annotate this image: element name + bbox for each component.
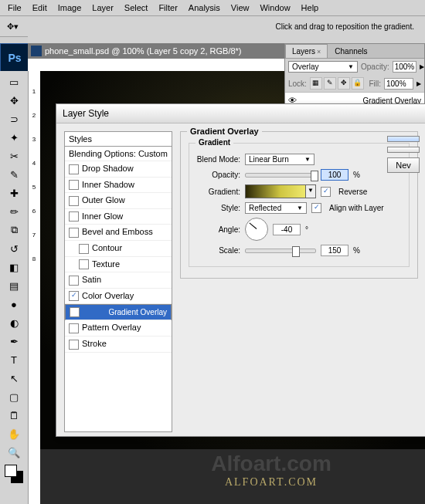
style-satin[interactable]: Satin — [65, 272, 172, 289]
opacity-field[interactable]: 100 — [321, 169, 348, 181]
menu-bar: File Edit Image Layer Select Filter Anal… — [0, 0, 425, 16]
ruler-tick: 7 — [28, 232, 40, 238]
blend-mode-select[interactable]: Linear Burn▼ — [245, 154, 314, 165]
group-legend: Gradient Overlay — [187, 127, 262, 136]
fill-value[interactable]: 100% — [384, 78, 413, 90]
color-swatch[interactable] — [5, 465, 23, 483]
style-contour[interactable]: Contour — [65, 241, 172, 257]
sub-legend: Gradient — [196, 138, 233, 147]
zoom-tool[interactable]: 🔍 — [5, 444, 23, 461]
menu-image[interactable]: Image — [53, 2, 87, 14]
ruler-tick: 6 — [28, 208, 40, 215]
lock-buttons[interactable]: ▦✎✥🔒 — [310, 77, 364, 90]
cancel-button[interactable] — [387, 147, 420, 153]
angle-field[interactable]: -40 — [273, 224, 301, 235]
eyedropper-tool[interactable]: ✎ — [5, 166, 23, 183]
move-tool-icon[interactable]: ✥▾ — [5, 19, 20, 34]
crop-tool[interactable]: ✂ — [5, 147, 23, 164]
style-select[interactable]: Reflected▼ — [245, 202, 307, 214]
watermark: Alfoart.com ALFOART.COM — [117, 452, 425, 489]
ruler-tick: 3 — [28, 136, 40, 143]
styles-header[interactable]: Styles — [65, 132, 172, 147]
scale-field[interactable]: 150 — [321, 245, 348, 256]
style-inner-shadow[interactable]: Inner Shadow — [65, 178, 172, 194]
ruler-tick: 4 — [28, 160, 40, 167]
brush-tool[interactable]: ✏ — [5, 203, 23, 220]
opacity-slider[interactable] — [245, 173, 316, 178]
blend-mode-label: Blend Mode: — [196, 155, 240, 164]
new-style-button[interactable]: Nev — [387, 157, 420, 173]
menu-view[interactable]: View — [226, 2, 254, 14]
pct-label: % — [353, 171, 360, 179]
ruler-tick: 5 — [28, 184, 40, 191]
degree-label: ° — [305, 225, 308, 234]
opacity-value[interactable]: 100% — [393, 61, 417, 73]
layers-panel: Layers× Channels Overlay▼ Opacity: 100%▶… — [284, 43, 425, 110]
blend-mode-select[interactable]: Overlay▼ — [288, 61, 358, 73]
style-stroke[interactable]: Stroke — [65, 337, 172, 353]
menu-file[interactable]: File — [3, 2, 26, 14]
align-checkbox[interactable] — [311, 203, 321, 213]
ok-button[interactable] — [387, 136, 420, 142]
menu-select[interactable]: Select — [120, 2, 153, 14]
style-pattern-overlay[interactable]: Pattern Overlay — [65, 320, 172, 337]
scale-label: Scale: — [196, 246, 240, 255]
blur-tool[interactable]: ● — [5, 296, 23, 313]
fill-label: Fill: — [369, 79, 381, 88]
reverse-checkbox[interactable] — [321, 187, 331, 197]
dodge-tool[interactable]: ◐ — [5, 314, 23, 331]
hand-tool[interactable]: ✋ — [5, 425, 23, 442]
styles-list: Styles Blending Options: Custom Drop Sha… — [64, 131, 172, 432]
angle-dial[interactable] — [245, 218, 268, 241]
ruler-tick: 8 — [28, 255, 40, 262]
dialog-title: Layer Style — [56, 104, 425, 123]
reverse-label: Reverse — [338, 188, 367, 196]
tool-hint: Click and drag to reposition the gradien… — [275, 22, 414, 31]
gradient-dropdown-icon[interactable]: ▼ — [305, 185, 315, 198]
style-texture[interactable]: Texture — [65, 257, 172, 273]
options-bar: ✥▾ Click and drag to reposition the grad… — [0, 16, 425, 37]
path-tool[interactable]: ↖ — [5, 370, 23, 387]
healing-tool[interactable]: ✚ — [5, 184, 23, 201]
lasso-tool[interactable]: ⊃ — [5, 110, 23, 127]
layer-style-dialog: Layer Style Styles Blending Options: Cus… — [56, 103, 425, 437]
app-badge: Ps — [0, 43, 29, 73]
opacity-label: Opacity: — [196, 171, 240, 179]
ruler-tick: 2 — [28, 112, 40, 119]
menu-analysis[interactable]: Analysis — [184, 2, 225, 14]
opacity-label: Opacity: — [361, 63, 389, 71]
lock-label: Lock: — [288, 79, 307, 88]
gradient-tool[interactable]: ▤ — [5, 277, 23, 294]
style-label: Style: — [196, 204, 240, 212]
scale-slider[interactable] — [245, 249, 316, 253]
marquee-tool[interactable]: ▭ — [5, 73, 23, 90]
blending-options-item[interactable]: Blending Options: Custom — [65, 147, 172, 161]
pen-tool[interactable]: ✒ — [5, 333, 23, 350]
watermark-text: Alfoart.com — [117, 452, 425, 476]
menu-edit[interactable]: Edit — [28, 2, 52, 14]
gradient-preview[interactable]: ▼ — [245, 184, 316, 198]
menu-filter[interactable]: Filter — [154, 2, 182, 14]
move-tool[interactable]: ✥ — [5, 92, 23, 109]
menu-window[interactable]: Window — [255, 2, 294, 14]
style-inner-glow[interactable]: Inner Glow — [65, 209, 172, 225]
gradient-label: Gradient: — [196, 188, 240, 196]
style-drop-shadow[interactable]: Drop Shadow — [65, 161, 172, 178]
style-gradient-overlay[interactable]: Gradient Overlay — [65, 304, 172, 320]
eraser-tool[interactable]: ◧ — [5, 259, 23, 276]
style-bevel-emboss[interactable]: Bevel and Emboss — [65, 225, 172, 241]
pct-label: % — [353, 246, 360, 255]
wand-tool[interactable]: ✦ — [5, 129, 23, 146]
stamp-tool[interactable]: ⧉ — [5, 222, 23, 238]
menu-help[interactable]: Help — [297, 2, 324, 14]
watermark-subtext: ALFOART.COM — [117, 476, 425, 489]
menu-layer[interactable]: Layer — [87, 2, 118, 14]
tab-layers[interactable]: Layers× — [285, 44, 328, 58]
notes-tool[interactable]: 🗒 — [5, 407, 23, 424]
tab-channels[interactable]: Channels — [328, 44, 374, 58]
shape-tool[interactable]: ▢ — [5, 388, 23, 405]
style-color-overlay[interactable]: Color Overlay — [65, 289, 172, 305]
style-outer-glow[interactable]: Outer Glow — [65, 193, 172, 209]
history-brush-tool[interactable]: ↺ — [5, 240, 23, 257]
type-tool[interactable]: T — [5, 351, 23, 368]
